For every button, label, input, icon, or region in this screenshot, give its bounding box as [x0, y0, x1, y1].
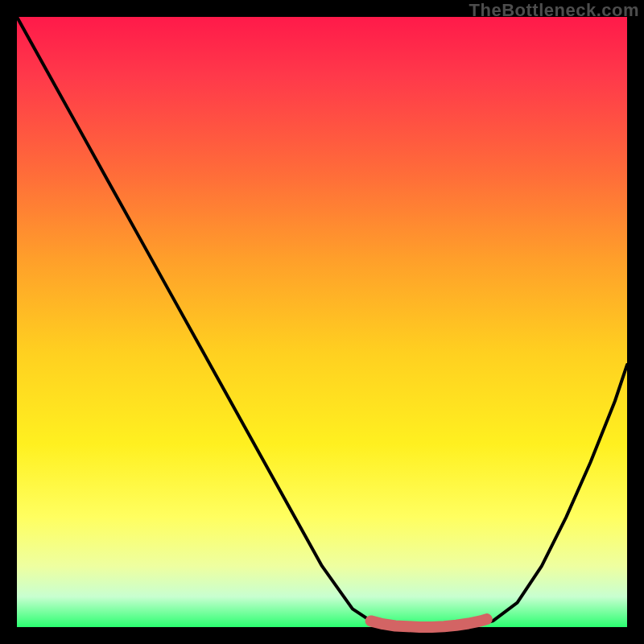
watermark-text: TheBottleneck.com — [469, 0, 639, 21]
chart-svg — [17, 17, 627, 627]
chart-plot-area — [17, 17, 627, 627]
highlight-end-dot — [482, 614, 492, 624]
bottleneck-curve — [17, 17, 627, 627]
highlight-segment — [371, 619, 487, 627]
chart-frame — [14, 14, 630, 630]
